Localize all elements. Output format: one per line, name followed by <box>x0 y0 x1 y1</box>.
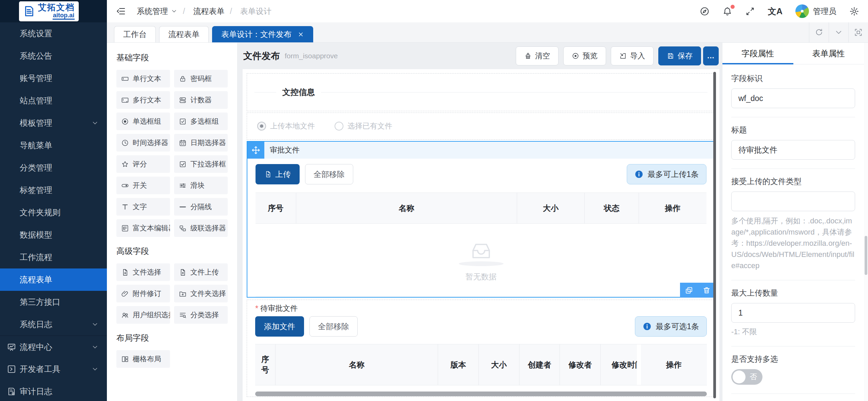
field-type-icon <box>121 182 129 189</box>
group-divider-title: 文控信息 <box>276 87 321 98</box>
palette-field-item[interactable]: 开关 <box>116 177 170 194</box>
palette-field-item[interactable]: 文件选择 <box>116 263 170 281</box>
delete-component-icon[interactable] <box>698 283 715 298</box>
page-tab[interactable]: 工作台 <box>114 26 156 42</box>
doc-select-field-label: 待审批文件 <box>260 303 298 314</box>
page-tab[interactable]: 流程表单 <box>159 26 209 42</box>
upload-table-header: 序号名称大小状态操作 <box>256 193 706 224</box>
palette-field-item[interactable]: 多选框组 <box>174 113 228 130</box>
multi-select-toggle[interactable]: 否 <box>731 369 762 385</box>
palette-field-item[interactable]: 单选框组 <box>116 113 170 130</box>
palette-field-item[interactable]: 密码框 <box>174 70 228 87</box>
field-id-input[interactable] <box>731 88 855 108</box>
maximize-canvas-button[interactable] <box>848 22 868 42</box>
canvas-vertical-scrollbar[interactable] <box>713 72 716 398</box>
palette-field-item[interactable]: 单行文本 <box>116 70 170 87</box>
max-count-input[interactable] <box>731 303 855 323</box>
settings-gear-icon[interactable] <box>849 6 859 16</box>
import-button[interactable]: 导入 <box>611 46 654 65</box>
palette-field-item[interactable]: 多行文本 <box>116 91 170 109</box>
sidebar-item[interactable]: 第三方接口 <box>0 291 107 313</box>
sidebar-item[interactable]: 分类管理 <box>0 157 107 179</box>
drag-handle[interactable] <box>247 142 264 159</box>
sidebar-item[interactable]: 流程表单 <box>0 268 107 291</box>
sidebar-item[interactable]: 系统日志 <box>0 313 107 336</box>
component-source-radio[interactable]: 上传本地文件 选择已有文件 <box>247 113 715 140</box>
add-file-button[interactable]: 添加文件 <box>255 316 304 337</box>
sidebar-item[interactable]: 账号管理 <box>0 67 107 89</box>
clear-button[interactable]: 清空 <box>516 46 559 65</box>
inspector-tab[interactable]: 表单属性 <box>793 43 864 64</box>
palette-field-item[interactable]: 计数器 <box>174 91 228 109</box>
palette-field-item[interactable]: 日期选择器 <box>174 134 228 152</box>
page-tab[interactable]: 表单设计：文件发布 <box>212 26 313 42</box>
sidebar-item[interactable]: 系统设置 <box>0 22 107 45</box>
sidebar-item[interactable]: 标签管理 <box>0 179 107 201</box>
app-logo[interactable]: 艾拓文档 aitop.ai <box>19 1 79 21</box>
sidebar-item[interactable]: 模板管理 <box>0 112 107 134</box>
palette-field-item[interactable]: 文件上传 <box>174 263 228 281</box>
palette-field-item[interactable]: 时间选择器 <box>116 134 170 152</box>
language-switch-icon[interactable]: 文A <box>768 6 782 17</box>
palette-field-item[interactable]: 下拉选择框 <box>174 155 228 173</box>
radio-option[interactable]: 选择已有文件 <box>335 121 392 131</box>
sidebar-item-label: 账号管理 <box>20 73 52 84</box>
remove-all-button[interactable]: 全部移除 <box>309 316 358 337</box>
palette-field-item[interactable]: 附件修订 <box>116 285 170 302</box>
component-upload-field-selected[interactable]: 审批文件 上传 全部移除 最多可上传1条 <box>247 141 715 298</box>
sidebar-item[interactable]: 站点管理 <box>0 89 107 112</box>
radio-option[interactable]: 上传本地文件 <box>257 121 315 131</box>
title-input[interactable] <box>731 140 855 160</box>
refresh-tab-button[interactable] <box>809 22 829 42</box>
palette-field-item[interactable]: 分隔线 <box>174 198 228 216</box>
component-group-divider[interactable]: 文控信息 <box>247 73 715 111</box>
upload-button[interactable]: 上传 <box>256 164 300 184</box>
breadcrumb-item[interactable]: 表单设计 <box>224 6 271 17</box>
palette-field-item[interactable]: 级联选择器 <box>174 219 228 237</box>
palette-field-item[interactable]: 分类选择 <box>174 306 228 324</box>
palette-field-item[interactable]: 文字 <box>116 198 170 216</box>
palette-field-item[interactable]: 用户组织选择 <box>116 306 170 324</box>
sidebar-item[interactable]: 开发者工具 <box>0 358 107 380</box>
more-actions-button[interactable]: ... <box>703 46 719 65</box>
sidebar-item[interactable]: 文件夹规则 <box>0 201 107 224</box>
horizontal-scrollbar[interactable] <box>255 392 707 396</box>
breadcrumb-item[interactable]: 流程表单 <box>177 6 224 17</box>
component-doc-select-field[interactable]: * 待审批文件 添加文件 全部移除 最多可选1条 <box>247 300 715 397</box>
breadcrumb-item[interactable]: 系统管理 <box>137 6 177 17</box>
sidebar-item[interactable]: 系统公告 <box>0 45 107 67</box>
sidebar-item[interactable]: 审计日志 <box>0 380 107 401</box>
notification-dot <box>731 5 735 9</box>
avatar <box>795 4 809 18</box>
sidebar-item[interactable]: 流程中心 <box>0 336 107 358</box>
palette-field-item[interactable]: 评分 <box>116 155 170 173</box>
tab-list-button[interactable] <box>829 22 848 42</box>
scrollbar-thumb[interactable] <box>865 236 867 275</box>
accept-types-input[interactable] <box>731 192 855 211</box>
palette-field-item[interactable]: 富文本编辑器 <box>116 219 170 237</box>
fullscreen-icon[interactable] <box>745 6 755 16</box>
sidebar-item-label: 工作流程 <box>20 252 52 263</box>
scrollbar-thumb[interactable] <box>713 72 716 398</box>
field-type-icon <box>121 290 129 298</box>
sidebar-item[interactable]: 数据模型 <box>0 224 107 246</box>
palette-field-item[interactable]: 文件夹选择 <box>174 285 228 302</box>
palette-field-item[interactable]: 栅格布局 <box>116 350 170 368</box>
remove-all-button[interactable]: 全部移除 <box>305 164 353 184</box>
close-icon[interactable] <box>298 31 304 38</box>
field-type-icon <box>121 96 129 104</box>
save-button[interactable]: 保存 <box>658 46 701 65</box>
inspector-tab[interactable]: 字段属性 <box>722 43 793 64</box>
field-id-label: 字段标识 <box>731 73 855 84</box>
sidebar-item[interactable]: 导航菜单 <box>0 134 107 157</box>
discover-icon[interactable] <box>700 6 710 16</box>
palette-field-item[interactable]: 滑块 <box>174 177 228 194</box>
user-menu[interactable]: 管理员 <box>795 4 836 18</box>
notifications-bell-icon[interactable] <box>722 6 732 16</box>
inspector-scrollbar[interactable] <box>864 43 868 401</box>
collapse-sidebar-icon[interactable] <box>116 6 126 16</box>
preview-button[interactable]: 预览 <box>563 46 606 65</box>
sidebar-item[interactable]: 工作流程 <box>0 246 107 268</box>
copy-component-icon[interactable] <box>680 283 698 298</box>
tab-bar: 工作台 流程表单 表单设计：文件发布 <box>107 22 868 43</box>
